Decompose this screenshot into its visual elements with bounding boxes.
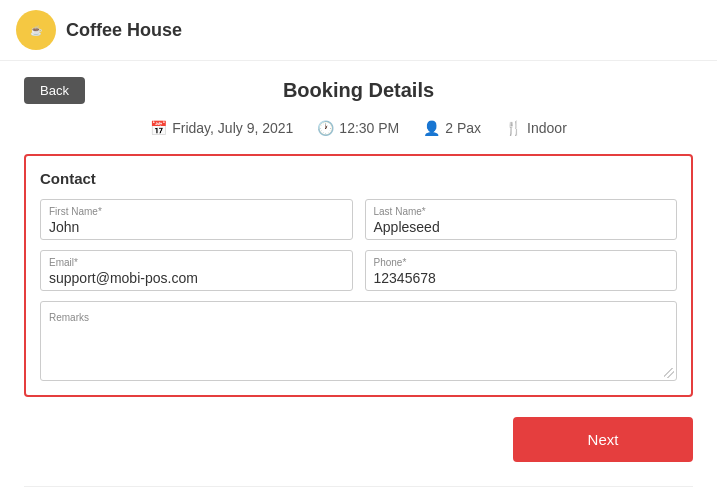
resize-handle: [664, 368, 674, 378]
first-name-value: John: [49, 219, 344, 235]
last-name-value: Appleseed: [374, 219, 669, 235]
booking-time-text: 12:30 PM: [339, 120, 399, 136]
clock-icon: 🕐: [317, 120, 334, 136]
first-name-label: First Name*: [49, 206, 344, 217]
main-content: Back Booking Details 📅 Friday, July 9, 2…: [0, 61, 717, 501]
header: ☕ Coffee House: [0, 0, 717, 61]
contact-row: Email* support@mobi-pos.com Phone* 12345…: [40, 250, 677, 291]
booking-pax: 👤 2 Pax: [423, 120, 481, 136]
phone-label: Phone*: [374, 257, 669, 268]
pax-icon: 👤: [423, 120, 440, 136]
next-row: Next: [24, 417, 693, 462]
email-field[interactable]: Email* support@mobi-pos.com: [40, 250, 353, 291]
next-button[interactable]: Next: [513, 417, 693, 462]
email-label: Email*: [49, 257, 344, 268]
name-row: First Name* John Last Name* Appleseed: [40, 199, 677, 240]
page-title: Booking Details: [283, 79, 434, 102]
top-bar: Back Booking Details: [24, 77, 693, 104]
booking-date-text: Friday, July 9, 2021: [172, 120, 293, 136]
logo-icon: ☕: [30, 25, 42, 36]
app-title: Coffee House: [66, 20, 182, 41]
first-name-field[interactable]: First Name* John: [40, 199, 353, 240]
last-name-label: Last Name*: [374, 206, 669, 217]
remarks-label: Remarks: [49, 312, 89, 323]
contact-title: Contact: [40, 170, 677, 187]
phone-value: 12345678: [374, 270, 669, 286]
booking-info: 📅 Friday, July 9, 2021 🕐 12:30 PM 👤 2 Pa…: [24, 120, 693, 136]
booking-pax-text: 2 Pax: [445, 120, 481, 136]
booking-date: 📅 Friday, July 9, 2021: [150, 120, 293, 136]
logo: ☕: [16, 10, 56, 50]
booking-area: 🍴 Indoor: [505, 120, 567, 136]
footer: 📍 Address 15 Coranderrk St, Canberra, AC…: [24, 486, 693, 501]
remarks-field[interactable]: Remarks: [40, 301, 677, 381]
calendar-icon: 📅: [150, 120, 167, 136]
back-button[interactable]: Back: [24, 77, 85, 104]
fork-icon: 🍴: [505, 120, 522, 136]
phone-field[interactable]: Phone* 12345678: [365, 250, 678, 291]
email-value: support@mobi-pos.com: [49, 270, 344, 286]
booking-time: 🕐 12:30 PM: [317, 120, 399, 136]
last-name-field[interactable]: Last Name* Appleseed: [365, 199, 678, 240]
booking-area-text: Indoor: [527, 120, 567, 136]
contact-section: Contact First Name* John Last Name* Appl…: [24, 154, 693, 397]
